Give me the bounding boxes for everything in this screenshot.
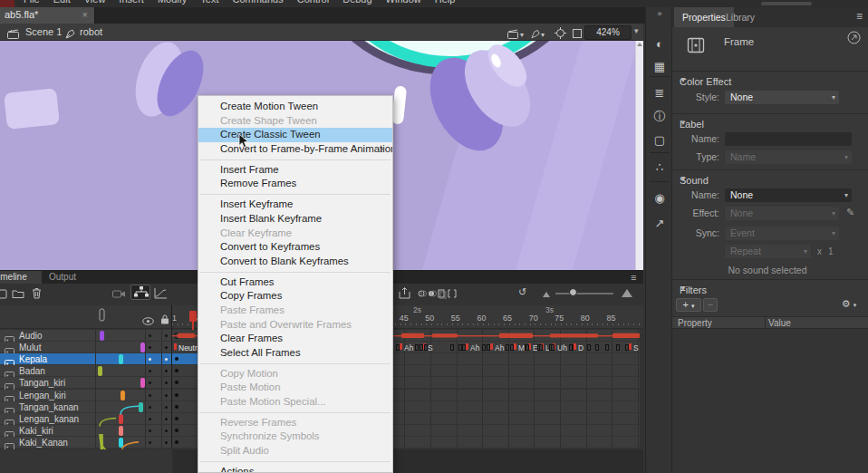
layer-row-lengan_kiri[interactable]: Lengan_kiri — [0, 390, 172, 401]
visibility-eye-icon[interactable] — [142, 313, 154, 329]
clip-content-icon[interactable] — [572, 26, 583, 43]
scroll-up-icon[interactable] — [637, 43, 642, 46]
lock-dot[interactable] — [165, 358, 168, 361]
label-name-input[interactable] — [725, 132, 852, 146]
lock-dot[interactable] — [165, 394, 168, 397]
document-tab[interactable]: ab5.fla* × — [0, 7, 95, 24]
layer-row-lengan_kanan[interactable]: Lengan_kanan — [0, 413, 172, 425]
center-frame-icon[interactable] — [555, 26, 566, 43]
menu-item-control[interactable]: Control — [297, 0, 329, 5]
menu-item-view[interactable]: View — [84, 0, 106, 5]
lock-icon[interactable] — [160, 312, 169, 328]
lock-dot[interactable] — [165, 334, 168, 337]
tab-library[interactable]: Library — [718, 7, 763, 27]
visibility-dot[interactable] — [149, 441, 151, 444]
parent-marker[interactable] — [139, 402, 143, 412]
chevron-down-icon[interactable]: ▾ — [634, 26, 639, 35]
context-menu-item-actions[interactable]: Actions — [198, 465, 392, 473]
context-menu-item-select-all-frames[interactable]: Select All Frames — [198, 346, 392, 361]
lock-dot[interactable] — [165, 370, 168, 372]
layer-row-kaki_kiri[interactable]: Kaki_kiri — [0, 425, 172, 437]
loop-playback-icon[interactable]: ↺ — [518, 286, 526, 298]
close-icon[interactable]: × — [82, 9, 88, 20]
onion-skin-icon[interactable] — [418, 286, 427, 303]
layer-row-tangan_kanan[interactable]: Tangan_kanan — [0, 401, 172, 413]
menu-item-modify[interactable]: Modify — [158, 0, 187, 5]
layer-row-mulut[interactable]: Mulut — [0, 342, 172, 353]
modify-markers-icon[interactable] — [448, 286, 457, 303]
playhead[interactable] — [189, 311, 197, 322]
visibility-dot[interactable] — [149, 381, 151, 384]
visibility-dot[interactable] — [149, 358, 151, 361]
context-menu-item-clear-frames[interactable]: Clear Frames — [198, 332, 392, 346]
add-filter-button[interactable]: + ▾ — [676, 298, 701, 312]
color-panel-icon[interactable]: ◐ — [646, 34, 673, 54]
context-menu-item-create-motion-tween[interactable]: Create Motion Tween — [198, 100, 392, 114]
parent-marker[interactable] — [98, 366, 102, 376]
menu-item-window[interactable]: Window — [386, 0, 421, 5]
menu-item-file[interactable]: File — [24, 0, 40, 5]
menu-item-help[interactable]: Help — [435, 0, 456, 5]
swatches-panel-icon[interactable]: ▦ — [646, 57, 673, 77]
section-filters[interactable]: ▼Filters — [680, 285, 707, 295]
edit-multiple-frames-icon[interactable] — [438, 286, 447, 303]
context-menu-item-create-classic-tween[interactable]: Create Classic Tween — [198, 128, 392, 142]
show-parenting-view-button[interactable] — [130, 285, 150, 300]
edit-scene-icon[interactable]: ▾ — [507, 26, 524, 43]
lock-dot[interactable] — [165, 406, 168, 409]
context-menu-item-insert-keyframe[interactable]: Insert Keyframe — [198, 198, 392, 212]
workspace-switcher[interactable] — [761, 2, 812, 5]
zoom-level-select[interactable]: 424% — [584, 25, 632, 40]
camera-icon[interactable] — [112, 286, 126, 303]
visibility-dot[interactable] — [149, 334, 151, 337]
onion-skin-outline-icon[interactable] — [428, 286, 437, 303]
graph-editor-icon[interactable] — [154, 286, 168, 303]
info-panel-icon[interactable]: ⓘ — [646, 107, 673, 127]
panel-menu-icon[interactable]: ≡ — [631, 272, 636, 283]
visibility-dot[interactable] — [149, 346, 151, 349]
edit-sound-pencil-icon[interactable]: ✎ — [846, 207, 854, 218]
stage-vertical-scrollbar[interactable] — [635, 41, 643, 270]
cc-libraries-panel-icon[interactable]: ◉ — [646, 188, 673, 208]
transform-panel-icon[interactable]: ▢ — [646, 130, 673, 150]
visibility-dot[interactable] — [149, 370, 151, 372]
menu-item-debug[interactable]: Debug — [342, 0, 371, 5]
layer-row-kepala[interactable]: Kepala — [0, 353, 172, 365]
timeline-zoom-slider[interactable] — [555, 293, 613, 294]
parent-marker[interactable] — [119, 438, 123, 448]
timeline-zoom-in-icon[interactable] — [622, 289, 632, 297]
context-menu-item-convert-to-frame-by-frame-animation[interactable]: Convert to Frame-by-Frame Animation› — [198, 142, 392, 157]
parent-marker[interactable] — [100, 331, 104, 341]
lock-dot[interactable] — [165, 441, 168, 444]
section-sound[interactable]: ▼Sound — [680, 175, 709, 186]
parent-marker[interactable] — [140, 343, 145, 352]
context-menu-item-insert-blank-keyframe[interactable]: Insert Blank Keyframe — [198, 212, 392, 227]
section-label[interactable]: ▼Label — [680, 119, 704, 130]
menu-item-edit[interactable]: Edit — [53, 0, 71, 5]
sound-name-select[interactable]: None▾ — [725, 188, 852, 202]
visibility-dot[interactable] — [149, 430, 151, 432]
context-menu-item-cut-frames[interactable]: Cut Frames — [198, 275, 392, 290]
lock-dot[interactable] — [165, 430, 168, 432]
edit-symbol-icon[interactable]: ▾ — [531, 26, 545, 43]
lock-dot[interactable] — [165, 346, 168, 349]
layer-row-tangan_kiri[interactable]: Tangan_kiri — [0, 377, 172, 389]
menu-item-text[interactable]: Text — [200, 0, 218, 5]
context-menu-item-remove-frames[interactable]: Remove Frames — [198, 177, 392, 191]
lock-dot[interactable] — [165, 381, 168, 384]
visibility-dot[interactable] — [149, 418, 151, 420]
delete-layer-trash-icon[interactable] — [32, 286, 42, 303]
layer-row-badan[interactable]: Badan — [0, 365, 172, 377]
visibility-dot[interactable] — [149, 406, 151, 409]
menu-item-insert[interactable]: Insert — [119, 0, 144, 5]
breadcrumb-scene[interactable]: Scene 1 — [25, 26, 62, 37]
align-panel-icon[interactable]: ≣ — [646, 83, 673, 103]
tab-output[interactable]: Output — [49, 271, 76, 284]
lock-dot[interactable] — [165, 418, 168, 420]
menu-item-commands[interactable]: Commands — [232, 0, 283, 5]
layer-row-kaki_kanan[interactable]: Kaki_Kanan — [0, 437, 172, 449]
context-menu-item-convert-to-keyframes[interactable]: Convert to Keyframes — [198, 240, 392, 255]
parent-marker[interactable] — [119, 414, 123, 424]
section-color-effect[interactable]: ▼Color Effect — [680, 76, 731, 87]
style-select[interactable]: None▾ — [725, 91, 839, 104]
